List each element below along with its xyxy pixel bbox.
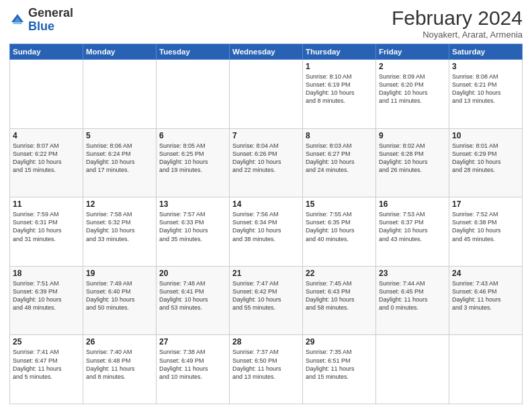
day-number: 10 <box>452 131 519 140</box>
day-cell: 17Sunrise: 7:52 AM Sunset: 6:38 PM Dayli… <box>449 197 523 267</box>
day-cell <box>230 60 303 129</box>
day-info: Sunrise: 8:04 AM Sunset: 6:26 PM Dayligh… <box>232 142 300 175</box>
col-header-friday: Friday <box>376 44 449 60</box>
day-cell: 23Sunrise: 7:44 AM Sunset: 6:45 PM Dayli… <box>376 266 449 335</box>
day-cell <box>83 60 157 129</box>
day-number: 12 <box>86 199 153 209</box>
day-cell: 5Sunrise: 8:06 AM Sunset: 6:24 PM Daylig… <box>83 128 157 197</box>
day-cell: 3Sunrise: 8:08 AM Sunset: 6:21 PM Daylig… <box>449 60 523 129</box>
day-cell: 20Sunrise: 7:48 AM Sunset: 6:41 PM Dayli… <box>157 266 230 335</box>
day-number: 14 <box>232 199 300 209</box>
day-number: 15 <box>306 199 373 209</box>
day-cell: 27Sunrise: 7:38 AM Sunset: 6:49 PM Dayli… <box>157 335 230 404</box>
day-info: Sunrise: 7:53 AM Sunset: 6:37 PM Dayligh… <box>379 210 446 243</box>
day-cell: 15Sunrise: 7:55 AM Sunset: 6:35 PM Dayli… <box>303 197 376 267</box>
day-info: Sunrise: 7:55 AM Sunset: 6:35 PM Dayligh… <box>306 210 373 243</box>
day-cell: 22Sunrise: 7:45 AM Sunset: 6:43 PM Dayli… <box>303 266 376 335</box>
day-info: Sunrise: 7:49 AM Sunset: 6:40 PM Dayligh… <box>86 279 153 312</box>
logo-blue: Blue <box>28 19 54 33</box>
page: General Blue February 2024 Noyakert, Ara… <box>0 0 532 411</box>
day-number: 20 <box>159 269 226 278</box>
header-row: SundayMondayTuesdayWednesdayThursdayFrid… <box>10 44 523 60</box>
week-row-5: 25Sunrise: 7:41 AM Sunset: 6:47 PM Dayli… <box>10 335 523 404</box>
day-cell: 18Sunrise: 7:51 AM Sunset: 6:39 PM Dayli… <box>10 266 83 335</box>
day-number: 25 <box>13 337 80 347</box>
day-cell: 9Sunrise: 8:02 AM Sunset: 6:28 PM Daylig… <box>376 128 449 197</box>
day-number: 26 <box>86 337 153 347</box>
col-header-tuesday: Tuesday <box>157 44 230 60</box>
day-info: Sunrise: 8:07 AM Sunset: 6:22 PM Dayligh… <box>13 142 80 175</box>
logo-icon <box>9 12 26 28</box>
day-cell: 12Sunrise: 7:58 AM Sunset: 6:32 PM Dayli… <box>83 197 157 267</box>
day-cell: 26Sunrise: 7:40 AM Sunset: 6:48 PM Dayli… <box>83 335 157 404</box>
header: General Blue February 2024 Noyakert, Ara… <box>9 7 523 40</box>
calendar-table: SundayMondayTuesdayWednesdayThursdayFrid… <box>9 44 523 404</box>
day-cell: 24Sunrise: 7:43 AM Sunset: 6:46 PM Dayli… <box>449 266 523 335</box>
day-info: Sunrise: 8:05 AM Sunset: 6:25 PM Dayligh… <box>159 142 226 175</box>
day-info: Sunrise: 7:45 AM Sunset: 6:43 PM Dayligh… <box>306 279 373 312</box>
day-info: Sunrise: 7:57 AM Sunset: 6:33 PM Dayligh… <box>159 210 226 243</box>
title-block: February 2024 Noyakert, Ararat, Armenia <box>392 7 523 40</box>
day-info: Sunrise: 7:56 AM Sunset: 6:34 PM Dayligh… <box>232 210 300 243</box>
day-info: Sunrise: 7:47 AM Sunset: 6:42 PM Dayligh… <box>232 279 300 312</box>
day-number: 17 <box>452 199 519 209</box>
day-cell: 19Sunrise: 7:49 AM Sunset: 6:40 PM Dayli… <box>83 266 157 335</box>
day-cell: 7Sunrise: 8:04 AM Sunset: 6:26 PM Daylig… <box>230 128 303 197</box>
day-info: Sunrise: 7:51 AM Sunset: 6:39 PM Dayligh… <box>13 279 80 312</box>
day-number: 5 <box>86 131 153 140</box>
day-info: Sunrise: 8:02 AM Sunset: 6:28 PM Dayligh… <box>379 142 446 175</box>
month-year: February 2024 <box>392 7 523 30</box>
week-row-1: 1Sunrise: 8:10 AM Sunset: 6:19 PM Daylig… <box>10 60 523 129</box>
col-header-wednesday: Wednesday <box>230 44 303 60</box>
day-cell: 14Sunrise: 7:56 AM Sunset: 6:34 PM Dayli… <box>230 197 303 267</box>
day-number: 6 <box>159 131 226 140</box>
day-info: Sunrise: 7:38 AM Sunset: 6:49 PM Dayligh… <box>159 348 226 381</box>
day-info: Sunrise: 8:09 AM Sunset: 6:20 PM Dayligh… <box>379 73 446 105</box>
day-info: Sunrise: 7:59 AM Sunset: 6:31 PM Dayligh… <box>13 210 80 243</box>
day-cell <box>376 335 449 404</box>
day-number: 3 <box>452 62 519 71</box>
day-cell: 13Sunrise: 7:57 AM Sunset: 6:33 PM Dayli… <box>157 197 230 267</box>
day-cell: 10Sunrise: 8:01 AM Sunset: 6:29 PM Dayli… <box>449 128 523 197</box>
day-info: Sunrise: 8:01 AM Sunset: 6:29 PM Dayligh… <box>452 142 519 175</box>
week-row-3: 11Sunrise: 7:59 AM Sunset: 6:31 PM Dayli… <box>10 197 523 267</box>
day-number: 23 <box>379 269 446 278</box>
day-number: 18 <box>13 269 80 278</box>
day-info: Sunrise: 8:06 AM Sunset: 6:24 PM Dayligh… <box>86 142 153 175</box>
day-number: 1 <box>306 62 373 71</box>
day-cell: 6Sunrise: 8:05 AM Sunset: 6:25 PM Daylig… <box>157 128 230 197</box>
day-info: Sunrise: 7:41 AM Sunset: 6:47 PM Dayligh… <box>13 348 80 381</box>
day-cell: 21Sunrise: 7:47 AM Sunset: 6:42 PM Dayli… <box>230 266 303 335</box>
day-cell: 29Sunrise: 7:35 AM Sunset: 6:51 PM Dayli… <box>303 335 376 404</box>
day-cell: 4Sunrise: 8:07 AM Sunset: 6:22 PM Daylig… <box>10 128 83 197</box>
day-cell: 8Sunrise: 8:03 AM Sunset: 6:27 PM Daylig… <box>303 128 376 197</box>
day-cell: 2Sunrise: 8:09 AM Sunset: 6:20 PM Daylig… <box>376 60 449 129</box>
day-number: 24 <box>452 269 519 278</box>
day-number: 21 <box>232 269 300 278</box>
day-info: Sunrise: 8:08 AM Sunset: 6:21 PM Dayligh… <box>452 73 519 105</box>
day-number: 16 <box>379 199 446 209</box>
logo-general: General <box>28 6 73 19</box>
day-number: 11 <box>13 199 80 209</box>
day-cell <box>10 60 83 129</box>
day-number: 22 <box>306 269 373 278</box>
day-info: Sunrise: 7:43 AM Sunset: 6:46 PM Dayligh… <box>452 279 519 312</box>
day-info: Sunrise: 7:44 AM Sunset: 6:45 PM Dayligh… <box>379 279 446 312</box>
day-cell: 11Sunrise: 7:59 AM Sunset: 6:31 PM Dayli… <box>10 197 83 267</box>
day-info: Sunrise: 7:52 AM Sunset: 6:38 PM Dayligh… <box>452 210 519 243</box>
col-header-thursday: Thursday <box>303 44 376 60</box>
day-number: 9 <box>379 131 446 140</box>
logo-text: General Blue <box>28 7 73 34</box>
day-info: Sunrise: 7:58 AM Sunset: 6:32 PM Dayligh… <box>86 210 153 243</box>
day-info: Sunrise: 7:37 AM Sunset: 6:50 PM Dayligh… <box>232 348 300 381</box>
day-info: Sunrise: 8:10 AM Sunset: 6:19 PM Dayligh… <box>306 73 373 105</box>
day-cell: 16Sunrise: 7:53 AM Sunset: 6:37 PM Dayli… <box>376 197 449 267</box>
day-number: 27 <box>159 337 226 347</box>
location: Noyakert, Ararat, Armenia <box>392 30 523 40</box>
day-info: Sunrise: 7:40 AM Sunset: 6:48 PM Dayligh… <box>86 348 153 381</box>
day-number: 13 <box>159 199 226 209</box>
col-header-monday: Monday <box>83 44 157 60</box>
day-number: 8 <box>306 131 373 140</box>
day-info: Sunrise: 8:03 AM Sunset: 6:27 PM Dayligh… <box>306 142 373 175</box>
day-number: 2 <box>379 62 446 71</box>
